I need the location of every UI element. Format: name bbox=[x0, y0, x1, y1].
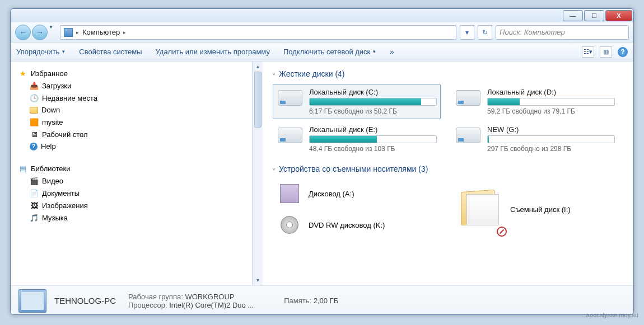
sidebar-item-label: Изображения bbox=[42, 201, 88, 210]
toolbar: Упорядочить▼ Свойства системы Удалить ил… bbox=[11, 43, 633, 62]
scroll-up[interactable]: ▲ bbox=[253, 62, 263, 72]
drive-info: 297 ГБ свободно из 298 ГБ bbox=[487, 145, 615, 153]
sidebar-item[interactable]: ?Help bbox=[18, 140, 244, 152]
capacity-bar bbox=[309, 135, 437, 143]
memory-label: Память: bbox=[284, 296, 311, 305]
map-network-drive-button[interactable]: Подключить сетевой диск▼ bbox=[283, 48, 376, 56]
favorites-group[interactable]: ★ Избранное bbox=[18, 67, 244, 79]
hdd-icon bbox=[456, 90, 480, 106]
workgroup-value: WORKGROUP bbox=[185, 293, 234, 301]
capacity-bar bbox=[487, 135, 615, 143]
sidebar-item-label: Недавние места bbox=[42, 94, 97, 102]
folder-open-icon bbox=[459, 189, 500, 230]
down-button[interactable]: ▾ bbox=[460, 25, 474, 40]
view-options-button[interactable]: ☷▾ bbox=[582, 46, 594, 58]
sidebar-item-label: Музыка bbox=[42, 214, 68, 222]
item-icon: 📥 bbox=[30, 81, 39, 90]
hdd-icon bbox=[456, 128, 480, 143]
titlebar: — ☐ X bbox=[11, 9, 633, 22]
removable-item[interactable]: Съемный диск (I:) bbox=[451, 179, 619, 239]
sidebar-item[interactable]: 🎵Музыка bbox=[18, 211, 244, 224]
drive-item[interactable]: Локальный диск (E:)48,4 ГБ свободно из 1… bbox=[273, 121, 441, 157]
uninstall-button[interactable]: Удалить или изменить программу bbox=[156, 48, 270, 56]
libraries-icon: ▤ bbox=[18, 164, 27, 173]
back-button[interactable]: ← bbox=[15, 25, 31, 40]
sidebar-item-label: Видео bbox=[42, 177, 63, 185]
breadcrumb-item[interactable]: Компьютер bbox=[82, 28, 120, 36]
blocked-icon bbox=[497, 227, 507, 237]
star-icon: ★ bbox=[18, 69, 27, 78]
drive-item[interactable]: Локальный диск (D:)59,2 ГБ свободно из 7… bbox=[451, 84, 619, 119]
sidebar-scrollbar[interactable]: ▲ ▼ bbox=[253, 62, 263, 285]
drive-name: Локальный диск (C:) bbox=[309, 88, 437, 96]
hdd-section-header[interactable]: ▿ Жесткие диски (4) bbox=[273, 69, 623, 78]
history-dropdown[interactable]: ▼ bbox=[49, 25, 57, 40]
scroll-thumb[interactable] bbox=[254, 72, 262, 128]
system-properties-button[interactable]: Свойства системы bbox=[79, 48, 142, 56]
sidebar-item[interactable]: 🕒Недавние места bbox=[18, 92, 244, 104]
floppy-icon bbox=[280, 184, 299, 203]
help-button[interactable]: ? bbox=[618, 47, 628, 57]
breadcrumb-separator: ▸ bbox=[76, 30, 79, 35]
sidebar-item-label: Загрузки bbox=[42, 82, 71, 90]
drive-name: Локальный диск (E:) bbox=[309, 125, 437, 134]
refresh-button[interactable]: ↻ bbox=[478, 25, 492, 40]
minimize-button[interactable]: — bbox=[563, 10, 583, 21]
removable-name: Дисковод (A:) bbox=[309, 190, 354, 198]
hdd-icon bbox=[278, 128, 302, 143]
item-icon: 🎬 bbox=[30, 176, 39, 185]
drive-item[interactable]: Локальный диск (C:)6,17 ГБ свободно из 5… bbox=[273, 84, 441, 119]
item-icon: 🖼 bbox=[30, 201, 39, 210]
breadcrumb[interactable]: ▸ Компьютер ▸ bbox=[60, 25, 456, 40]
removable-name: Съемный диск (I:) bbox=[510, 205, 571, 214]
sidebar-item[interactable]: 📄Документы bbox=[18, 187, 244, 199]
capacity-bar bbox=[487, 98, 615, 106]
drive-info: 6,17 ГБ свободно из 50,2 ГБ bbox=[309, 107, 437, 115]
cpu-label: Процессор: bbox=[128, 301, 167, 309]
forward-button[interactable]: → bbox=[32, 25, 48, 40]
breadcrumb-separator: ▸ bbox=[123, 30, 126, 35]
item-icon: 🕒 bbox=[30, 93, 39, 102]
sidebar-item[interactable]: Down bbox=[18, 104, 244, 116]
item-icon: 📄 bbox=[30, 189, 39, 197]
libraries-group[interactable]: ▤ Библиотеки bbox=[18, 162, 244, 175]
dvd-icon bbox=[281, 216, 298, 234]
capacity-bar bbox=[309, 98, 437, 106]
help-icon: ? bbox=[30, 143, 38, 150]
sidebar-item[interactable]: 🎬Видео bbox=[18, 175, 244, 187]
removable-item[interactable]: Дисковод (A:) bbox=[273, 179, 441, 208]
memory-value: 2,00 ГБ bbox=[314, 296, 338, 305]
computer-icon bbox=[18, 289, 46, 313]
sidebar-item[interactable]: 🖥Рабочий стол bbox=[18, 128, 244, 140]
sidebar-item[interactable]: 🖼Изображения bbox=[18, 199, 244, 211]
close-button[interactable]: X bbox=[605, 10, 632, 21]
preview-pane-button[interactable]: ▥ bbox=[600, 46, 612, 58]
sidebar-item[interactable]: 🟧mysite bbox=[18, 116, 244, 128]
hdd-icon bbox=[278, 90, 302, 106]
removable-item[interactable]: DVD RW дисковод (K:) bbox=[273, 210, 441, 239]
folder-icon bbox=[30, 107, 38, 114]
organize-menu[interactable]: Упорядочить▼ bbox=[16, 48, 66, 56]
sidebar-item-label: Help bbox=[41, 142, 56, 150]
sidebar-item-label: Рабочий стол bbox=[42, 130, 88, 139]
pc-name: TEHNOLOG-PC bbox=[54, 296, 116, 305]
scroll-down[interactable]: ▼ bbox=[253, 275, 263, 285]
item-icon: 🖥 bbox=[30, 130, 39, 139]
workgroup-label: Рабочая группа: bbox=[128, 293, 183, 301]
more-button[interactable]: » bbox=[390, 48, 394, 56]
drive-name: Локальный диск (D:) bbox=[487, 88, 615, 96]
search-input[interactable]: Поиск: Компьютер bbox=[496, 25, 629, 40]
item-icon: 🎵 bbox=[30, 213, 39, 222]
removable-section-header[interactable]: ▿ Устройства со съемными носителями (3) bbox=[273, 164, 623, 173]
navbar: ← → ▼ ▸ Компьютер ▸ ▾ ↻ Поиск: Компьютер bbox=[11, 22, 633, 43]
cpu-value: Intel(R) Core(TM)2 Duo ... bbox=[169, 301, 254, 309]
collapse-icon: ▿ bbox=[273, 71, 276, 77]
watermark: apocalypse.moy.su bbox=[586, 312, 638, 318]
sidebar-item[interactable]: 📥Загрузки bbox=[18, 79, 244, 92]
details-pane: TEHNOLOG-PC Рабочая группа: WORKGROUP Пр… bbox=[11, 285, 633, 315]
computer-icon bbox=[64, 28, 73, 37]
drive-item[interactable]: NEW (G:)297 ГБ свободно из 298 ГБ bbox=[451, 121, 619, 157]
removable-name: DVD RW дисковод (K:) bbox=[309, 221, 385, 229]
maximize-button[interactable]: ☐ bbox=[584, 10, 604, 21]
navigation-pane: ★ Избранное 📥Загрузки🕒Недавние местаDown… bbox=[11, 62, 253, 285]
